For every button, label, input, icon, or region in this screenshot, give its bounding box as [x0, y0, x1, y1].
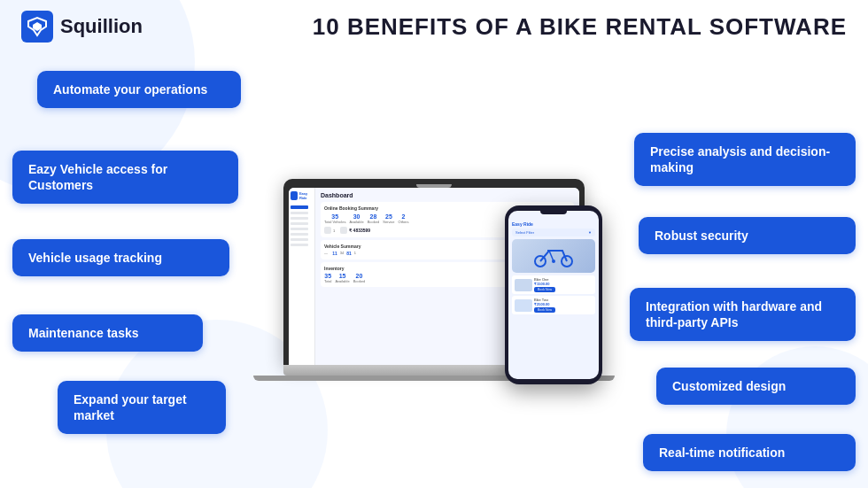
- dash-logo: Easy Ride: [299, 191, 313, 200]
- benefit-vehicle-access[interactable]: Eazy Vehicle access for Customers: [12, 151, 238, 204]
- bike-icon: [531, 244, 576, 268]
- phone-screen: Easy Ride Select Filter ▼: [508, 211, 599, 379]
- laptop-mockup: Easy Ride Da: [283, 179, 585, 376]
- svg-point-3: [552, 259, 555, 263]
- phone-filter[interactable]: Select Filter ▼: [512, 229, 595, 236]
- squillion-logo-icon: [21, 11, 53, 43]
- benefit-robust[interactable]: Robust security: [639, 217, 856, 254]
- phone-mockup: Easy Ride Select Filter ▼: [505, 205, 602, 384]
- phone-list-item-1: Bike One ₹1500.00 Book Now: [512, 275, 595, 294]
- phone-list-item-2: Bike Two ₹2500.00 Book Now: [512, 296, 595, 314]
- phone-item-price-2: ₹2500.00: [534, 302, 555, 306]
- page-title: 10 Benefits of a Bike Rental Software: [313, 13, 847, 41]
- phone-item-img-2: [515, 299, 532, 312]
- devices-container: Easy Ride Da: [248, 62, 620, 475]
- benefit-precise[interactable]: Precise analysis and decision-making: [634, 133, 856, 186]
- phone-item-img-1: [515, 279, 532, 291]
- benefit-automate[interactable]: Automate your operations: [37, 71, 241, 108]
- book-btn-2[interactable]: Book Now: [534, 307, 555, 313]
- benefit-expand[interactable]: Expand your target market: [58, 381, 226, 434]
- phone-content: Easy Ride Select Filter ▼: [508, 218, 599, 320]
- benefit-realtime[interactable]: Real-time notification: [643, 434, 856, 471]
- benefit-integration[interactable]: Integration with hardware and third-part…: [630, 288, 856, 341]
- main-content: Automate your operations Eazy Vehicle ac…: [0, 53, 868, 484]
- phone-item-price-1: ₹1500.00: [534, 282, 555, 286]
- logo-text: Squillion: [60, 15, 143, 38]
- phone-notch: [540, 211, 567, 214]
- phone-app-name: Easy Ride: [512, 221, 595, 227]
- phone-filter-label: Select Filter: [515, 230, 534, 235]
- benefit-customized[interactable]: Customized design: [656, 368, 856, 405]
- logo: Squillion: [21, 11, 143, 43]
- book-btn-1[interactable]: Book Now: [534, 287, 555, 292]
- phone-bike-image: [512, 239, 595, 273]
- benefit-usage-tracking[interactable]: Vehicle usage tracking: [12, 239, 229, 276]
- dashboard-title: Dashboard: [321, 192, 574, 198]
- header: Squillion 10 Benefits of a Bike Rental S…: [0, 0, 868, 53]
- benefit-maintenance[interactable]: Maintenance tasks: [12, 314, 203, 352]
